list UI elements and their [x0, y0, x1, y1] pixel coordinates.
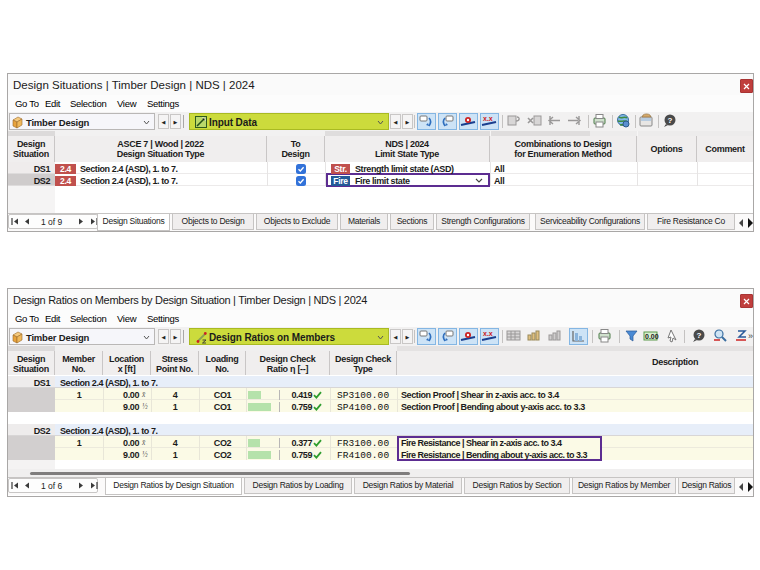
- svg-text:0.00: 0.00: [645, 333, 659, 340]
- svg-text:?: ?: [697, 331, 702, 340]
- svg-text:x.x: x.x: [483, 330, 493, 337]
- svg-text:x.x: x.x: [483, 115, 493, 122]
- svg-text:?: ?: [668, 116, 673, 125]
